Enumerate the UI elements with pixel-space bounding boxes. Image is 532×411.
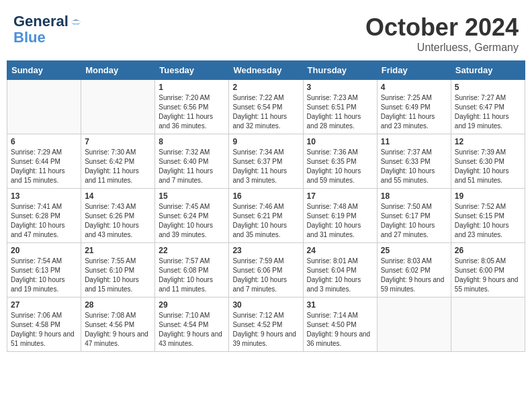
- table-row: 26Sunrise: 8:05 AMSunset: 6:00 PMDayligh…: [451, 243, 525, 298]
- day-number: 21: [85, 246, 151, 255]
- day-number: 1: [159, 83, 225, 92]
- table-row: 23Sunrise: 7:59 AMSunset: 6:06 PMDayligh…: [229, 243, 303, 298]
- day-info: Sunrise: 7:59 AMSunset: 6:06 PMDaylight:…: [232, 257, 299, 294]
- day-number: 29: [159, 300, 225, 310]
- table-row: 3Sunrise: 7:23 AMSunset: 6:51 PMDaylight…: [303, 80, 377, 134]
- table-row: 19Sunrise: 7:52 AMSunset: 6:15 PMDayligh…: [451, 189, 525, 243]
- day-number: 17: [307, 191, 373, 201]
- table-row: 9Sunrise: 7:34 AMSunset: 6:37 PMDaylight…: [229, 134, 303, 189]
- day-number: 31: [307, 300, 373, 310]
- day-number: 12: [455, 137, 521, 146]
- table-row: 10Sunrise: 7:36 AMSunset: 6:35 PMDayligh…: [303, 134, 377, 189]
- header-saturday: Saturday: [451, 61, 525, 80]
- day-info: Sunrise: 7:22 AMSunset: 6:54 PMDaylight:…: [232, 93, 299, 131]
- table-row: 15Sunrise: 7:45 AMSunset: 6:24 PMDayligh…: [155, 189, 229, 243]
- header-wednesday: Wednesday: [229, 61, 303, 80]
- day-info: Sunrise: 7:23 AMSunset: 6:51 PMDaylight:…: [307, 93, 373, 131]
- day-info: Sunrise: 7:41 AMSunset: 6:28 PMDaylight:…: [11, 202, 77, 240]
- table-row: 21Sunrise: 7:55 AMSunset: 6:10 PMDayligh…: [81, 243, 155, 298]
- logo-blue: Blue: [13, 29, 46, 46]
- day-info: Sunrise: 7:45 AMSunset: 6:24 PMDaylight:…: [159, 202, 225, 240]
- table-row: 7Sunrise: 7:30 AMSunset: 6:42 PMDaylight…: [81, 134, 155, 189]
- calendar-header-row: Sunday Monday Tuesday Wednesday Thursday…: [7, 61, 525, 80]
- table-row: 29Sunrise: 7:10 AMSunset: 4:54 PMDayligh…: [155, 298, 229, 352]
- month-year: October 2024: [365, 13, 519, 42]
- header-tuesday: Tuesday: [155, 61, 229, 80]
- calendar-week-row: 27Sunrise: 7:06 AMSunset: 4:58 PMDayligh…: [7, 298, 525, 352]
- day-info: Sunrise: 8:05 AMSunset: 6:00 PMDaylight:…: [455, 257, 521, 294]
- day-number: 16: [232, 191, 299, 201]
- day-number: 25: [381, 246, 447, 255]
- day-number: 5: [455, 83, 521, 92]
- header-friday: Friday: [377, 61, 451, 80]
- day-info: Sunrise: 7:37 AMSunset: 6:33 PMDaylight:…: [381, 148, 447, 185]
- table-row: 1Sunrise: 7:20 AMSunset: 6:56 PMDaylight…: [155, 80, 229, 134]
- header-thursday: Thursday: [303, 61, 377, 80]
- calendar-week-row: 6Sunrise: 7:29 AMSunset: 6:44 PMDaylight…: [7, 134, 525, 189]
- table-row: 22Sunrise: 7:57 AMSunset: 6:08 PMDayligh…: [155, 243, 229, 298]
- day-info: Sunrise: 7:20 AMSunset: 6:56 PMDaylight:…: [159, 93, 225, 131]
- table-row: 2Sunrise: 7:22 AMSunset: 6:54 PMDaylight…: [229, 80, 303, 134]
- calendar-table: Sunday Monday Tuesday Wednesday Thursday…: [7, 60, 525, 352]
- table-row: 14Sunrise: 7:43 AMSunset: 6:26 PMDayligh…: [81, 189, 155, 243]
- calendar-week-row: 13Sunrise: 7:41 AMSunset: 6:28 PMDayligh…: [7, 189, 525, 243]
- day-number: 6: [11, 137, 77, 146]
- day-number: 4: [381, 83, 447, 92]
- day-info: Sunrise: 7:10 AMSunset: 4:54 PMDaylight:…: [159, 311, 225, 349]
- day-number: 19: [455, 191, 521, 201]
- table-row: 6Sunrise: 7:29 AMSunset: 6:44 PMDaylight…: [7, 134, 81, 189]
- day-info: Sunrise: 7:54 AMSunset: 6:13 PMDaylight:…: [11, 257, 77, 294]
- day-info: Sunrise: 7:08 AMSunset: 4:56 PMDaylight:…: [85, 311, 151, 349]
- day-number: 20: [11, 246, 77, 255]
- table-row: 4Sunrise: 7:25 AMSunset: 6:49 PMDaylight…: [377, 80, 451, 134]
- header-sunday: Sunday: [7, 61, 81, 80]
- month-title: October 2024 Unterluess, Germany: [365, 13, 519, 54]
- table-row: 13Sunrise: 7:41 AMSunset: 6:28 PMDayligh…: [7, 189, 81, 243]
- day-number: 11: [381, 137, 447, 146]
- day-number: 30: [232, 300, 299, 310]
- day-info: Sunrise: 7:29 AMSunset: 6:44 PMDaylight:…: [11, 148, 77, 185]
- day-info: Sunrise: 7:48 AMSunset: 6:19 PMDaylight:…: [307, 202, 373, 240]
- table-row: 16Sunrise: 7:46 AMSunset: 6:21 PMDayligh…: [229, 189, 303, 243]
- day-info: Sunrise: 7:32 AMSunset: 6:40 PMDaylight:…: [159, 148, 225, 185]
- logo: General Blue: [13, 13, 82, 46]
- day-info: Sunrise: 8:03 AMSunset: 6:02 PMDaylight:…: [381, 257, 447, 294]
- location: Unterluess, Germany: [365, 42, 519, 54]
- day-info: Sunrise: 7:06 AMSunset: 4:58 PMDaylight:…: [11, 311, 77, 349]
- day-info: Sunrise: 7:43 AMSunset: 6:26 PMDaylight:…: [85, 202, 151, 240]
- day-number: 24: [307, 246, 373, 255]
- table-row: [451, 298, 525, 352]
- day-number: 7: [85, 137, 151, 146]
- day-info: Sunrise: 7:57 AMSunset: 6:08 PMDaylight:…: [159, 257, 225, 294]
- day-number: 8: [159, 137, 225, 146]
- day-info: Sunrise: 7:34 AMSunset: 6:37 PMDaylight:…: [232, 148, 299, 185]
- day-info: Sunrise: 7:39 AMSunset: 6:30 PMDaylight:…: [455, 148, 521, 185]
- table-row: [7, 80, 81, 134]
- day-number: 26: [455, 246, 521, 255]
- day-number: 9: [232, 137, 299, 146]
- day-number: 23: [232, 246, 299, 255]
- table-row: 24Sunrise: 8:01 AMSunset: 6:04 PMDayligh…: [303, 243, 377, 298]
- day-number: 14: [85, 191, 151, 201]
- day-info: Sunrise: 7:36 AMSunset: 6:35 PMDaylight:…: [307, 148, 373, 185]
- table-row: 8Sunrise: 7:32 AMSunset: 6:40 PMDaylight…: [155, 134, 229, 189]
- calendar-week-row: 1Sunrise: 7:20 AMSunset: 6:56 PMDaylight…: [7, 80, 525, 134]
- table-row: 20Sunrise: 7:54 AMSunset: 6:13 PMDayligh…: [7, 243, 81, 298]
- header-monday: Monday: [81, 61, 155, 80]
- day-info: Sunrise: 7:12 AMSunset: 4:52 PMDaylight:…: [232, 311, 299, 349]
- table-row: 18Sunrise: 7:50 AMSunset: 6:17 PMDayligh…: [377, 189, 451, 243]
- table-row: 27Sunrise: 7:06 AMSunset: 4:58 PMDayligh…: [7, 298, 81, 352]
- day-info: Sunrise: 7:52 AMSunset: 6:15 PMDaylight:…: [455, 202, 521, 240]
- table-row: [81, 80, 155, 134]
- day-number: 10: [307, 137, 373, 146]
- table-row: 17Sunrise: 7:48 AMSunset: 6:19 PMDayligh…: [303, 189, 377, 243]
- table-row: [377, 298, 451, 352]
- table-row: 11Sunrise: 7:37 AMSunset: 6:33 PMDayligh…: [377, 134, 451, 189]
- page-header: General Blue October 2024 Unterluess, Ge…: [7, 7, 525, 57]
- day-number: 13: [11, 191, 77, 201]
- logo-text: General Blue: [13, 13, 82, 46]
- day-number: 28: [85, 300, 151, 310]
- day-info: Sunrise: 7:30 AMSunset: 6:42 PMDaylight:…: [85, 148, 151, 185]
- table-row: 31Sunrise: 7:14 AMSunset: 4:50 PMDayligh…: [303, 298, 377, 352]
- day-number: 15: [159, 191, 225, 201]
